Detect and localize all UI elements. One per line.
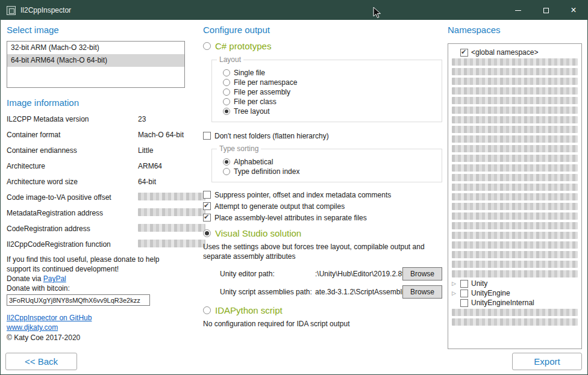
bitcoin-address-input[interactable] [7, 294, 150, 306]
app-window: Il2CppInspector Select image 32-bit ARM … [0, 0, 588, 375]
namespace-item-redacted[interactable] [449, 259, 580, 269]
namespace-item-unityengine[interactable]: UnityEngine [449, 288, 580, 298]
redacted-text [452, 222, 578, 229]
namespace-item-redacted[interactable] [449, 153, 580, 163]
configure-output-heading: Configure output [203, 25, 442, 35]
redacted-text [452, 107, 578, 114]
image-list-item-32bit[interactable]: 32-bit ARM (Mach-O 32-bit) [7, 42, 184, 54]
export-button[interactable]: Export [512, 353, 582, 370]
sorting-option-type-definition-index[interactable]: Type definition index [223, 167, 436, 176]
radio-icon [203, 306, 211, 314]
idapython-script-label: IDAPython script [215, 305, 283, 315]
compilable-output-checkbox[interactable]: Attempt to generate output that compiles [203, 202, 442, 211]
layout-option-label: File per class [234, 98, 277, 106]
namespace-item-redacted[interactable] [449, 221, 580, 231]
namespace-item-redacted[interactable] [449, 134, 580, 144]
namespace-item-redacted[interactable] [449, 317, 580, 327]
suppress-metadata-comments-label: Suppress pointer, offset and index metad… [214, 191, 391, 199]
info-row: Il2CppCodeRegistration function [7, 237, 185, 252]
layout-option-file-per-namespace[interactable]: File per namespace [223, 78, 436, 87]
namespace-item-redacted[interactable] [449, 144, 580, 153]
info-row: Container endianness Little [7, 143, 185, 158]
radio-icon [223, 79, 230, 86]
namespace-item-unityengineinternal[interactable]: UnityEngineInternal [449, 298, 580, 308]
redacted-text [452, 164, 578, 172]
info-value: Little [138, 146, 185, 155]
visual-studio-solution-radio[interactable]: Visual Studio solution [203, 228, 442, 238]
visual-studio-solution-label: Visual Studio solution [215, 228, 301, 238]
namespace-item-redacted[interactable] [449, 211, 580, 221]
namespace-item-redacted[interactable] [449, 269, 580, 279]
browse-editor-path-button[interactable]: Browse [402, 267, 442, 280]
sorting-option-label: Alphabetical [234, 158, 273, 166]
website-link[interactable]: www.djkaty.com [7, 323, 185, 332]
unity-editor-path-row: Unity editor path: :\Unity\Hub\Editor\20… [203, 267, 442, 281]
redacted-value [138, 208, 205, 216]
sorting-option-alphabetical[interactable]: Alphabetical [223, 157, 436, 167]
namespace-item-redacted[interactable] [449, 163, 580, 173]
info-label: MetadataRegistration address [7, 209, 138, 217]
namespaces-panel: Namespaces <global namespace> [448, 25, 583, 349]
paypal-link[interactable]: PayPal [43, 274, 66, 283]
radio-icon [223, 158, 230, 166]
info-value-redacted [138, 208, 205, 218]
idapython-script-radio[interactable]: IDAPython script [203, 305, 442, 315]
minimize-button[interactable] [504, 1, 532, 20]
csharp-prototypes-radio[interactable]: C# prototypes [203, 41, 442, 51]
namespace-item-redacted[interactable] [449, 173, 580, 182]
namespace-item-redacted[interactable] [449, 115, 580, 125]
namespace-item-redacted[interactable] [449, 76, 580, 86]
layout-option-file-per-class[interactable]: File per class [223, 97, 436, 107]
namespace-item-redacted[interactable] [449, 192, 580, 202]
radio-icon [223, 88, 230, 96]
expander-icon[interactable] [452, 290, 458, 296]
close-button[interactable] [560, 1, 587, 20]
info-row: Code image-to-VA positive offset [7, 190, 185, 205]
redacted-text [452, 251, 578, 258]
namespace-item-redacted[interactable] [449, 250, 580, 259]
namespace-item-redacted[interactable] [449, 231, 580, 240]
namespace-item-redacted[interactable] [449, 105, 580, 115]
github-link[interactable]: Il2CppInspector on GitHub [7, 314, 185, 322]
checkbox-icon [203, 191, 211, 199]
redacted-text [452, 193, 578, 200]
redacted-text [452, 174, 578, 181]
layout-option-file-per-assembly[interactable]: File per assembly [223, 87, 436, 97]
namespace-item-redacted[interactable] [449, 240, 580, 250]
suppress-metadata-comments-checkbox[interactable]: Suppress pointer, offset and index metad… [203, 191, 442, 199]
flatten-hierarchy-checkbox[interactable]: Don't nest folders (flatten hierarchy) [203, 132, 442, 140]
namespace-item-unity[interactable]: Unity [449, 279, 580, 288]
redacted-text [452, 58, 578, 66]
back-button[interactable]: << Back [5, 353, 77, 370]
configure-output-panel: Configure output C# prototypes Layout Si… [203, 25, 442, 329]
namespace-item-redacted[interactable] [449, 125, 580, 134]
flatten-hierarchy-label: Don't nest folders (flatten hierarchy) [214, 132, 329, 140]
namespace-item-redacted[interactable] [449, 202, 580, 211]
namespaces-list: <global namespace> [448, 43, 582, 349]
title-bar: Il2CppInspector [1, 1, 587, 20]
namespace-item-redacted[interactable] [449, 96, 580, 105]
namespace-item-redacted[interactable] [449, 67, 580, 76]
layout-option-label: Single file [234, 69, 265, 77]
namespace-item-redacted[interactable] [449, 308, 580, 317]
namespace-item-global[interactable]: <global namespace> [449, 48, 580, 57]
namespace-item-redacted[interactable] [449, 86, 580, 96]
redacted-text [452, 145, 578, 152]
image-list-item-64bit[interactable]: 64-bit ARM64 (Mach-O 64-bit) [7, 54, 184, 67]
unity-assemblies-path-value: ate.3d-3.1.2\ScriptAssemblies [315, 288, 402, 296]
separate-attribute-files-checkbox[interactable]: Place assembly-level attributes in separ… [203, 214, 442, 222]
redacted-text [452, 184, 578, 191]
info-label: Architecture word size [7, 178, 138, 186]
maximize-button[interactable] [532, 1, 560, 20]
expander-icon[interactable] [452, 280, 458, 287]
info-label: Container endianness [7, 146, 138, 155]
checkbox-icon [203, 202, 211, 210]
namespace-item-redacted[interactable] [449, 57, 580, 67]
layout-option-tree-layout[interactable]: Tree layout [223, 107, 436, 116]
layout-option-single-file[interactable]: Single file [223, 68, 436, 78]
browse-assemblies-path-button[interactable]: Browse [402, 285, 442, 299]
redacted-value [138, 240, 205, 247]
namespace-item-redacted[interactable] [449, 182, 580, 192]
info-label: IL2CPP Metadata version [7, 115, 138, 123]
window-title: Il2CppInspector [20, 6, 71, 14]
